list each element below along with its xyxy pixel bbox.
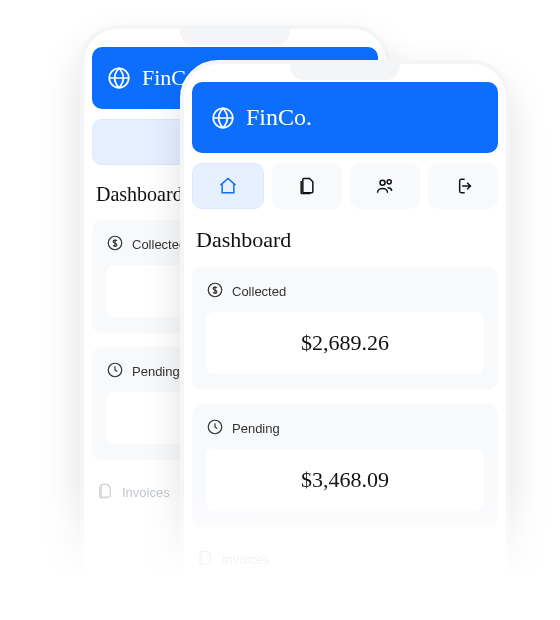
dollar-icon <box>106 234 124 255</box>
card-pending: Pending $3,468.09 <box>192 404 498 527</box>
dollar-icon <box>206 281 224 302</box>
nav-home[interactable] <box>192 163 264 209</box>
app-header: FinCo. <box>192 82 498 153</box>
nav-bar <box>192 163 498 209</box>
phone-mock-front: FinCo. <box>180 60 510 620</box>
card-label: Pending <box>132 364 180 379</box>
svg-point-5 <box>387 180 391 184</box>
pending-amount: $3,468.09 <box>206 449 484 511</box>
nav-documents[interactable] <box>272 163 342 209</box>
card-label: Collected <box>132 237 186 252</box>
brand-name: FinCo. <box>246 104 312 131</box>
people-icon <box>375 176 395 196</box>
logout-icon <box>453 176 473 196</box>
documents-icon <box>196 549 214 570</box>
phone-notch <box>180 29 290 45</box>
page-title: Dashboard <box>196 227 494 253</box>
invoices-heading: Invoices <box>192 541 498 578</box>
globe-icon <box>210 105 236 131</box>
invoices-label: Invoices <box>122 485 170 500</box>
card-label: Pending <box>232 421 280 436</box>
home-icon <box>218 176 238 196</box>
phone-notch <box>290 64 400 80</box>
clock-icon <box>106 361 124 382</box>
card-collected: Collected $2,689.26 <box>192 267 498 390</box>
invoices-label: Invoices <box>222 552 270 567</box>
documents-icon <box>297 176 317 196</box>
card-label: Collected <box>232 284 286 299</box>
globe-icon <box>106 65 132 91</box>
documents-icon <box>96 482 114 503</box>
nav-people[interactable] <box>350 163 420 209</box>
nav-logout[interactable] <box>428 163 498 209</box>
collected-amount: $2,689.26 <box>206 312 484 374</box>
clock-icon <box>206 418 224 439</box>
svg-point-4 <box>380 180 385 185</box>
